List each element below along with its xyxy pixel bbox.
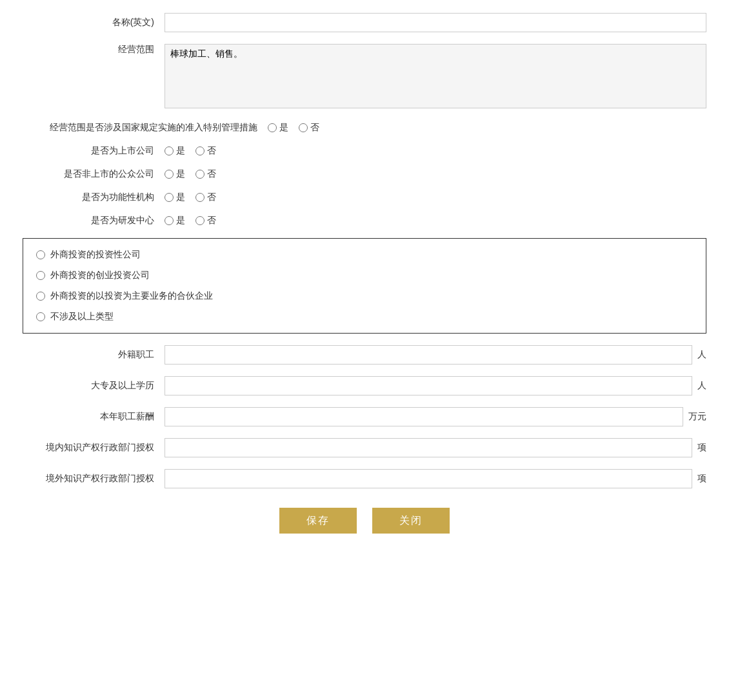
functional-no-label: 否 <box>207 192 216 203</box>
listed-yes-label: 是 <box>176 145 185 157</box>
foreign-staff-input[interactable] <box>165 345 692 365</box>
rd-yes-label: 是 <box>176 215 185 226</box>
foreign-ip-input[interactable] <box>165 469 692 488</box>
button-row: 保存 关闭 <box>23 508 706 534</box>
listed-company-radio-group: 是 否 <box>165 145 216 157</box>
listed-no-label: 否 <box>207 145 216 157</box>
college-edu-label: 大专及以上学历 <box>23 380 165 392</box>
rd-yes[interactable]: 是 <box>165 215 185 226</box>
english-name-input[interactable] <box>165 13 706 32</box>
fi-option-4-label: 不涉及以上类型 <box>50 311 114 323</box>
special-mgmt-no[interactable]: 否 <box>299 122 319 134</box>
college-edu-row: 大专及以上学历 人 <box>23 376 706 395</box>
listed-company-label: 是否为上市公司 <box>23 145 165 157</box>
special-mgmt-no-label: 否 <box>310 122 319 134</box>
functional-org-row: 是否为功能性机构 是 否 <box>23 192 706 203</box>
foreign-ip-row: 境外知识产权行政部门授权 项 <box>23 469 706 488</box>
fi-option-3-label: 外商投资的以投资为主要业务的合伙企业 <box>50 290 213 302</box>
business-scope-label: 经营范围 <box>23 44 165 55</box>
business-scope-wrapper: 棒球加工、销售。 <box>165 44 706 110</box>
rd-no-label: 否 <box>207 215 216 226</box>
english-name-row: 各称(英文) <box>23 13 706 32</box>
special-mgmt-row: 经营范围是否涉及国家规定实施的准入特别管理措施 是 否 <box>23 122 706 134</box>
foreign-investment-box: 外商投资的投资性公司 外商投资的创业投资公司 外商投资的以投资为主要业务的合伙企… <box>23 238 706 334</box>
functional-no[interactable]: 否 <box>195 192 216 203</box>
rd-center-row: 是否为研发中心 是 否 <box>23 215 706 226</box>
functional-yes-label: 是 <box>176 192 185 203</box>
foreign-ip-label: 境外知识产权行政部门授权 <box>23 473 165 485</box>
special-mgmt-label: 经营范围是否涉及国家规定实施的准入特别管理措施 <box>23 122 268 134</box>
business-scope-row: 经营范围 棒球加工、销售。 <box>23 44 706 110</box>
foreign-staff-row: 外籍职工 人 <box>23 345 706 365</box>
close-button[interactable]: 关闭 <box>372 508 450 534</box>
annual-salary-unit: 万元 <box>688 411 706 423</box>
domestic-ip-input[interactable] <box>165 438 692 457</box>
college-edu-unit: 人 <box>697 380 706 392</box>
annual-salary-row: 本年职工薪酬 万元 <box>23 407 706 426</box>
annual-salary-label: 本年职工薪酬 <box>23 411 165 423</box>
fi-option-3[interactable]: 外商投资的以投资为主要业务的合伙企业 <box>36 290 693 302</box>
public-no-label: 否 <box>207 168 216 180</box>
english-name-label: 各称(英文) <box>23 17 165 28</box>
domestic-ip-unit: 项 <box>697 442 706 454</box>
functional-org-label: 是否为功能性机构 <box>23 192 165 203</box>
special-mgmt-yes-label: 是 <box>279 122 288 134</box>
public-company-radio-group: 是 否 <box>165 168 216 180</box>
domestic-ip-label: 境内知识产权行政部门授权 <box>23 442 165 454</box>
functional-yes[interactable]: 是 <box>165 192 185 203</box>
foreign-ip-unit: 项 <box>697 473 706 485</box>
save-button[interactable]: 保存 <box>279 508 357 534</box>
domestic-ip-row: 境内知识产权行政部门授权 项 <box>23 438 706 457</box>
annual-salary-input[interactable] <box>165 407 683 426</box>
rd-center-radio-group: 是 否 <box>165 215 216 226</box>
rd-no[interactable]: 否 <box>195 215 216 226</box>
listed-yes[interactable]: 是 <box>165 145 185 157</box>
public-company-label: 是否非上市的公众公司 <box>23 168 165 180</box>
functional-org-radio-group: 是 否 <box>165 192 216 203</box>
special-mgmt-radio-group: 是 否 <box>268 122 319 134</box>
fi-option-2[interactable]: 外商投资的创业投资公司 <box>36 270 693 281</box>
foreign-staff-unit: 人 <box>697 349 706 361</box>
fi-option-1-label: 外商投资的投资性公司 <box>50 249 141 261</box>
fi-option-1[interactable]: 外商投资的投资性公司 <box>36 249 693 261</box>
college-edu-input[interactable] <box>165 376 692 395</box>
public-yes-label: 是 <box>176 168 185 180</box>
special-mgmt-yes[interactable]: 是 <box>268 122 288 134</box>
listed-no[interactable]: 否 <box>195 145 216 157</box>
fi-option-2-label: 外商投资的创业投资公司 <box>50 270 150 281</box>
foreign-staff-label: 外籍职工 <box>23 349 165 361</box>
public-no[interactable]: 否 <box>195 168 216 180</box>
business-scope-textarea[interactable]: 棒球加工、销售。 <box>165 44 706 108</box>
public-yes[interactable]: 是 <box>165 168 185 180</box>
listed-company-row: 是否为上市公司 是 否 <box>23 145 706 157</box>
public-company-row: 是否非上市的公众公司 是 否 <box>23 168 706 180</box>
rd-center-label: 是否为研发中心 <box>23 215 165 226</box>
form-container: 各称(英文) 经营范围 棒球加工、销售。 经营范围是否涉及国家规定实施的准入特别… <box>23 13 706 534</box>
fi-option-4[interactable]: 不涉及以上类型 <box>36 311 693 323</box>
